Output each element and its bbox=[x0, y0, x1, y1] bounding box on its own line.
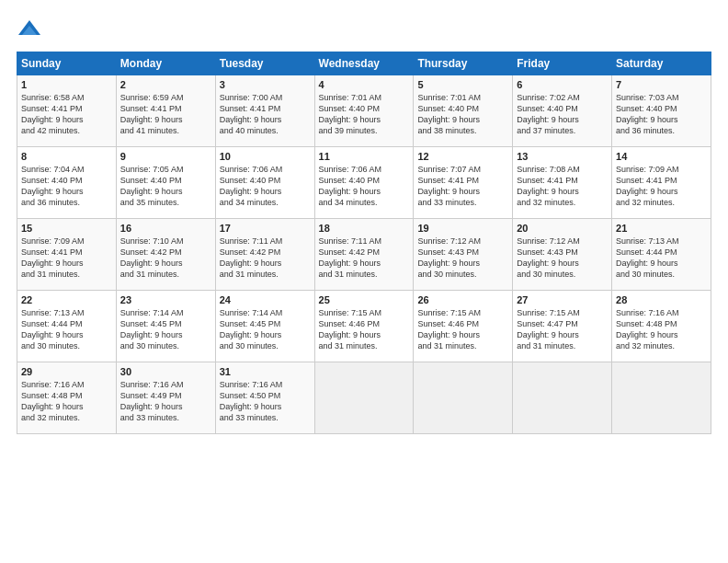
day-number: 22 bbox=[21, 294, 112, 305]
calendar-cell: 3Sunrise: 7:00 AM Sunset: 4:41 PM Daylig… bbox=[215, 75, 314, 147]
weekday-header-thursday: Thursday bbox=[414, 52, 513, 75]
day-number: 7 bbox=[616, 79, 707, 90]
calendar-cell: 27Sunrise: 7:15 AM Sunset: 4:47 PM Dayli… bbox=[513, 291, 612, 362]
day-number: 2 bbox=[120, 79, 211, 90]
calendar-week-row: 22Sunrise: 7:13 AM Sunset: 4:44 PM Dayli… bbox=[17, 291, 711, 362]
day-number: 9 bbox=[120, 151, 211, 162]
day-number: 31 bbox=[220, 366, 311, 377]
calendar-cell: 20Sunrise: 7:12 AM Sunset: 4:43 PM Dayli… bbox=[513, 219, 612, 291]
weekday-header-sunday: Sunday bbox=[17, 52, 117, 75]
day-number: 15 bbox=[21, 223, 112, 234]
calendar-cell: 10Sunrise: 7:06 AM Sunset: 4:40 PM Dayli… bbox=[215, 147, 314, 219]
calendar-cell: 29Sunrise: 7:16 AM Sunset: 4:48 PM Dayli… bbox=[17, 362, 117, 434]
day-number: 26 bbox=[417, 294, 508, 305]
calendar-table: SundayMondayTuesdayWednesdayThursdayFrid… bbox=[17, 52, 711, 434]
calendar-cell: 19Sunrise: 7:12 AM Sunset: 4:43 PM Dayli… bbox=[414, 219, 513, 291]
calendar-cell: 24Sunrise: 7:14 AM Sunset: 4:45 PM Dayli… bbox=[215, 291, 314, 362]
weekday-header-wednesday: Wednesday bbox=[314, 52, 414, 75]
calendar-cell: 18Sunrise: 7:11 AM Sunset: 4:42 PM Dayli… bbox=[314, 219, 414, 291]
day-number: 1 bbox=[21, 79, 112, 90]
cell-content: Sunrise: 6:59 AM Sunset: 4:41 PM Dayligh… bbox=[120, 92, 211, 137]
cell-content: Sunrise: 7:06 AM Sunset: 4:40 PM Dayligh… bbox=[220, 164, 311, 209]
cell-content: Sunrise: 7:12 AM Sunset: 4:43 PM Dayligh… bbox=[517, 236, 608, 281]
day-number: 6 bbox=[517, 79, 608, 90]
day-number: 17 bbox=[220, 223, 311, 234]
cell-content: Sunrise: 7:16 AM Sunset: 4:48 PM Dayligh… bbox=[21, 379, 112, 424]
calendar-cell: 30Sunrise: 7:16 AM Sunset: 4:49 PM Dayli… bbox=[116, 362, 215, 434]
day-number: 11 bbox=[319, 151, 410, 162]
calendar-cell: 2Sunrise: 6:59 AM Sunset: 4:41 PM Daylig… bbox=[116, 75, 215, 147]
day-number: 16 bbox=[120, 223, 211, 234]
cell-content: Sunrise: 7:09 AM Sunset: 4:41 PM Dayligh… bbox=[616, 164, 707, 209]
day-number: 3 bbox=[220, 79, 311, 90]
day-number: 12 bbox=[417, 151, 508, 162]
day-number: 8 bbox=[21, 151, 112, 162]
day-number: 27 bbox=[517, 294, 608, 305]
cell-content: Sunrise: 7:16 AM Sunset: 4:49 PM Dayligh… bbox=[120, 379, 211, 424]
calendar-week-row: 1Sunrise: 6:58 AM Sunset: 4:41 PM Daylig… bbox=[17, 75, 711, 147]
calendar-cell bbox=[513, 362, 612, 434]
calendar-cell: 9Sunrise: 7:05 AM Sunset: 4:40 PM Daylig… bbox=[116, 147, 215, 219]
calendar-cell: 1Sunrise: 6:58 AM Sunset: 4:41 PM Daylig… bbox=[17, 75, 117, 147]
cell-content: Sunrise: 7:03 AM Sunset: 4:40 PM Dayligh… bbox=[616, 92, 707, 137]
cell-content: Sunrise: 7:10 AM Sunset: 4:42 PM Dayligh… bbox=[120, 236, 211, 281]
day-number: 25 bbox=[319, 294, 410, 305]
cell-content: Sunrise: 7:04 AM Sunset: 4:40 PM Dayligh… bbox=[21, 164, 112, 209]
calendar-cell: 31Sunrise: 7:16 AM Sunset: 4:50 PM Dayli… bbox=[215, 362, 314, 434]
calendar-cell: 16Sunrise: 7:10 AM Sunset: 4:42 PM Dayli… bbox=[116, 219, 215, 291]
day-number: 4 bbox=[319, 79, 410, 90]
day-number: 29 bbox=[21, 366, 112, 377]
calendar-cell: 22Sunrise: 7:13 AM Sunset: 4:44 PM Dayli… bbox=[17, 291, 117, 362]
calendar-cell: 23Sunrise: 7:14 AM Sunset: 4:45 PM Dayli… bbox=[116, 291, 215, 362]
calendar-cell: 13Sunrise: 7:08 AM Sunset: 4:41 PM Dayli… bbox=[513, 147, 612, 219]
cell-content: Sunrise: 7:15 AM Sunset: 4:46 PM Dayligh… bbox=[417, 307, 508, 352]
calendar-cell: 4Sunrise: 7:01 AM Sunset: 4:40 PM Daylig… bbox=[314, 75, 414, 147]
calendar-week-row: 8Sunrise: 7:04 AM Sunset: 4:40 PM Daylig… bbox=[17, 147, 711, 219]
calendar-cell: 11Sunrise: 7:06 AM Sunset: 4:40 PM Dayli… bbox=[314, 147, 414, 219]
day-number: 30 bbox=[120, 366, 211, 377]
day-number: 24 bbox=[220, 294, 311, 305]
header bbox=[17, 17, 711, 42]
cell-content: Sunrise: 7:07 AM Sunset: 4:41 PM Dayligh… bbox=[417, 164, 508, 209]
day-number: 5 bbox=[417, 79, 508, 90]
calendar-week-row: 15Sunrise: 7:09 AM Sunset: 4:41 PM Dayli… bbox=[17, 219, 711, 291]
calendar-cell bbox=[414, 362, 513, 434]
logo-icon bbox=[17, 17, 42, 42]
calendar-header-row: SundayMondayTuesdayWednesdayThursdayFrid… bbox=[17, 52, 711, 75]
calendar-cell: 8Sunrise: 7:04 AM Sunset: 4:40 PM Daylig… bbox=[17, 147, 117, 219]
calendar-cell: 15Sunrise: 7:09 AM Sunset: 4:41 PM Dayli… bbox=[17, 219, 117, 291]
calendar-cell bbox=[314, 362, 414, 434]
day-number: 18 bbox=[319, 223, 410, 234]
cell-content: Sunrise: 7:11 AM Sunset: 4:42 PM Dayligh… bbox=[220, 236, 311, 281]
calendar-cell: 25Sunrise: 7:15 AM Sunset: 4:46 PM Dayli… bbox=[314, 291, 414, 362]
cell-content: Sunrise: 7:14 AM Sunset: 4:45 PM Dayligh… bbox=[220, 307, 311, 352]
day-number: 14 bbox=[616, 151, 707, 162]
cell-content: Sunrise: 7:01 AM Sunset: 4:40 PM Dayligh… bbox=[319, 92, 410, 137]
weekday-header-monday: Monday bbox=[116, 52, 215, 75]
day-number: 13 bbox=[517, 151, 608, 162]
weekday-header-saturday: Saturday bbox=[612, 52, 711, 75]
calendar-cell: 26Sunrise: 7:15 AM Sunset: 4:46 PM Dayli… bbox=[414, 291, 513, 362]
cell-content: Sunrise: 7:01 AM Sunset: 4:40 PM Dayligh… bbox=[417, 92, 508, 137]
calendar-cell: 7Sunrise: 7:03 AM Sunset: 4:40 PM Daylig… bbox=[612, 75, 711, 147]
calendar-cell bbox=[612, 362, 711, 434]
cell-content: Sunrise: 7:12 AM Sunset: 4:43 PM Dayligh… bbox=[417, 236, 508, 281]
cell-content: Sunrise: 7:13 AM Sunset: 4:44 PM Dayligh… bbox=[21, 307, 112, 352]
cell-content: Sunrise: 7:14 AM Sunset: 4:45 PM Dayligh… bbox=[120, 307, 211, 352]
cell-content: Sunrise: 7:16 AM Sunset: 4:50 PM Dayligh… bbox=[220, 379, 311, 424]
calendar-body: 1Sunrise: 6:58 AM Sunset: 4:41 PM Daylig… bbox=[17, 75, 711, 434]
cell-content: Sunrise: 7:11 AM Sunset: 4:42 PM Dayligh… bbox=[319, 236, 410, 281]
calendar-cell: 5Sunrise: 7:01 AM Sunset: 4:40 PM Daylig… bbox=[414, 75, 513, 147]
day-number: 19 bbox=[417, 223, 508, 234]
cell-content: Sunrise: 7:08 AM Sunset: 4:41 PM Dayligh… bbox=[517, 164, 608, 209]
cell-content: Sunrise: 7:09 AM Sunset: 4:41 PM Dayligh… bbox=[21, 236, 112, 281]
calendar-page: SundayMondayTuesdayWednesdayThursdayFrid… bbox=[0, 0, 728, 563]
calendar-cell: 17Sunrise: 7:11 AM Sunset: 4:42 PM Dayli… bbox=[215, 219, 314, 291]
weekday-header-tuesday: Tuesday bbox=[215, 52, 314, 75]
day-number: 20 bbox=[517, 223, 608, 234]
cell-content: Sunrise: 7:00 AM Sunset: 4:41 PM Dayligh… bbox=[220, 92, 311, 137]
cell-content: Sunrise: 6:58 AM Sunset: 4:41 PM Dayligh… bbox=[21, 92, 112, 137]
day-number: 10 bbox=[220, 151, 311, 162]
calendar-cell: 14Sunrise: 7:09 AM Sunset: 4:41 PM Dayli… bbox=[612, 147, 711, 219]
weekday-header-friday: Friday bbox=[513, 52, 612, 75]
